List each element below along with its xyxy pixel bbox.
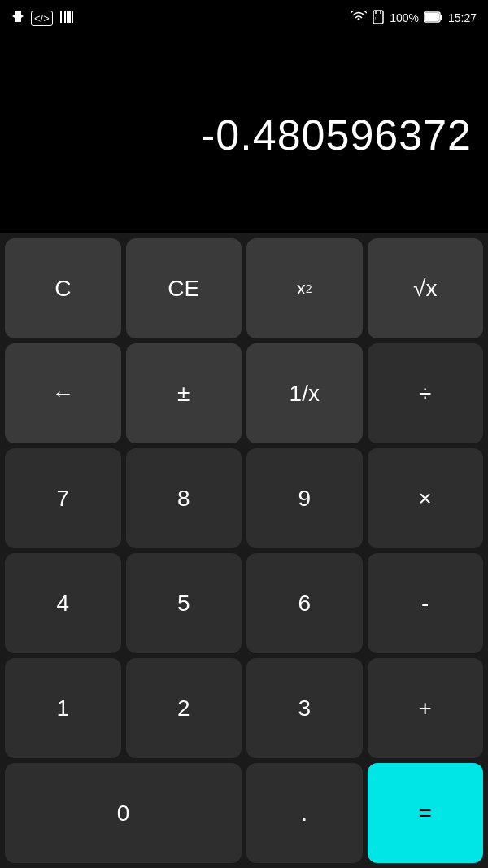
button-plusminus[interactable]: ±	[126, 343, 242, 443]
battery-percent: 100%	[390, 11, 419, 24]
button-multiply[interactable]: ×	[368, 448, 484, 548]
barcode-icon	[59, 10, 74, 27]
button-divide[interactable]: ÷	[368, 343, 484, 443]
display-area: -0.480596372	[0, 36, 488, 233]
wifi-icon	[351, 11, 367, 26]
button-1[interactable]: 1	[5, 658, 121, 758]
button-5[interactable]: 5	[126, 553, 242, 653]
svg-point-1	[20, 11, 21, 12]
button-6[interactable]: 6	[246, 553, 363, 653]
button-add[interactable]: +	[368, 658, 484, 758]
svg-rect-5	[67, 11, 68, 23]
button-sqrt[interactable]: √x	[368, 238, 484, 338]
button-3[interactable]: 3	[246, 658, 363, 758]
code-icon: </>	[31, 11, 53, 26]
status-bar: </> !	[0, 0, 488, 36]
svg-rect-6	[68, 11, 71, 23]
button-0[interactable]: 0	[5, 763, 242, 863]
sim-icon: !	[372, 10, 385, 27]
battery-icon	[424, 11, 443, 25]
button-4[interactable]: 4	[5, 553, 121, 653]
button-c[interactable]: C	[5, 238, 121, 338]
svg-rect-3	[63, 11, 63, 23]
status-right-icons: ! 100% 15:27	[351, 10, 477, 27]
svg-rect-2	[60, 11, 62, 23]
svg-text:!: !	[375, 16, 376, 21]
calculator-grid: C CE x2 √x ← ± 1/x ÷ 7 8 9 × 4 5 6 - 1 2…	[0, 233, 488, 868]
display-value: -0.480596372	[201, 111, 472, 159]
button-8[interactable]: 8	[126, 448, 242, 548]
svg-rect-11	[425, 13, 439, 21]
svg-point-0	[15, 12, 16, 14]
button-ce[interactable]: CE	[126, 238, 242, 338]
button-equals[interactable]: =	[368, 763, 484, 863]
clock: 15:27	[448, 11, 477, 24]
button-7[interactable]: 7	[5, 448, 121, 548]
svg-rect-4	[64, 11, 66, 23]
svg-rect-7	[72, 11, 73, 23]
status-left-icons: </>	[11, 9, 74, 28]
button-subtract[interactable]: -	[368, 553, 484, 653]
button-backspace[interactable]: ←	[5, 343, 121, 443]
button-decimal[interactable]: .	[246, 763, 363, 863]
usb-icon	[11, 9, 24, 28]
button-2[interactable]: 2	[126, 658, 242, 758]
button-9[interactable]: 9	[246, 448, 363, 548]
button-x2[interactable]: x2	[246, 238, 363, 338]
svg-rect-12	[440, 15, 442, 20]
button-inverse[interactable]: 1/x	[246, 343, 363, 443]
